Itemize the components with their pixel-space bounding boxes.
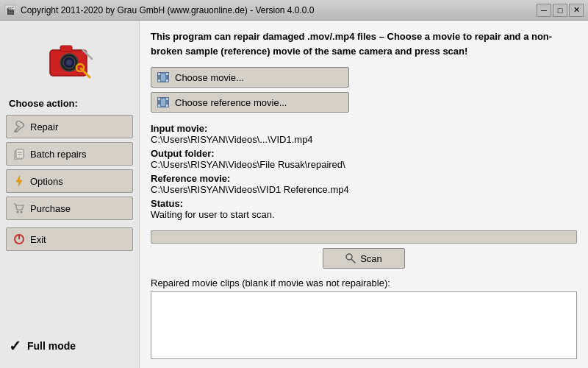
svg-rect-25	[166, 79, 168, 82]
svg-rect-26	[161, 74, 165, 81]
reference-movie-value: C:\Users\RISYAN\Videos\VID1 Reference.mp…	[151, 184, 349, 195]
input-movie-value: C:\Users\RISYAN\Videos\...\VID1.mp4	[151, 134, 313, 145]
svg-rect-13	[16, 149, 24, 158]
svg-point-18	[21, 211, 23, 213]
power-icon	[12, 233, 26, 246]
minimize-button[interactable]: ─	[537, 4, 551, 17]
choose-action-label: Choose action:	[6, 98, 133, 109]
svg-rect-22	[158, 73, 160, 75]
document-stack-icon	[12, 147, 26, 160]
scan-row: Scan	[151, 248, 577, 269]
window-controls[interactable]: ─ □ ✕	[537, 4, 584, 17]
status-value: Waiting for user to start scan.	[151, 209, 275, 220]
right-panel: This program can repair damaged .mov/.mp…	[140, 21, 588, 368]
exit-button[interactable]: Exit	[6, 227, 133, 251]
choose-reference-button[interactable]: Choose reference movie...	[151, 92, 349, 113]
close-button[interactable]: ✕	[569, 4, 584, 17]
exit-label: Exit	[30, 234, 46, 245]
repair-label: Repair	[30, 121, 58, 132]
svg-rect-6	[60, 46, 72, 52]
repaired-textbox[interactable]	[151, 291, 577, 359]
svg-marker-16	[16, 176, 22, 186]
app-icon: 🎬	[4, 4, 16, 16]
full-mode-area: ✓ Full mode	[6, 331, 133, 361]
choose-movie-button[interactable]: Choose movie...	[151, 67, 349, 88]
input-movie-label: Input movie:	[151, 123, 207, 134]
main-container: Choose action: Repair Batch repairs	[0, 21, 588, 368]
film-icon	[157, 72, 169, 82]
options-button[interactable]: Options	[6, 169, 133, 193]
output-folder-value: C:\Users\RISYAN\Videos\File Rusak\repair…	[151, 159, 345, 170]
choose-movie-label: Choose movie...	[175, 72, 244, 83]
svg-rect-23	[166, 73, 168, 75]
status-row: Status: Waiting for user to start scan.	[151, 198, 577, 220]
reference-movie-row: Reference movie: C:\Users\RISYAN\Videos\…	[151, 173, 577, 195]
camera-logo-icon	[44, 35, 96, 87]
output-folder-row: Output folder: C:\Users\RISYAN\Videos\Fi…	[151, 148, 577, 170]
batch-repairs-label: Batch repairs	[30, 149, 87, 160]
svg-point-17	[17, 211, 19, 213]
output-folder-label: Output folder:	[151, 148, 215, 159]
purchase-button[interactable]: Purchase	[6, 197, 133, 220]
title-bar-text: Copyright 2011-2020 by Grau GmbH (www.gr…	[21, 5, 315, 15]
search-icon	[345, 253, 356, 263]
svg-rect-28	[158, 98, 160, 100]
info-section: Input movie: C:\Users\RISYAN\Videos\...\…	[151, 123, 577, 223]
film-ref-icon	[157, 97, 169, 107]
title-bar: 🎬 Copyright 2011-2020 by Grau GmbH (www.…	[0, 0, 588, 21]
maximize-button[interactable]: □	[553, 4, 567, 17]
purchase-label: Purchase	[30, 203, 71, 214]
full-mode-label: Full mode	[27, 340, 76, 352]
svg-rect-30	[158, 105, 160, 107]
svg-point-5	[66, 60, 72, 66]
svg-rect-24	[158, 79, 160, 82]
status-label: Status:	[151, 198, 183, 209]
left-panel: Choose action: Repair Batch repairs	[0, 21, 140, 368]
checkmark-icon: ✓	[9, 337, 21, 355]
repair-button[interactable]: Repair	[6, 115, 133, 138]
choose-reference-label: Choose reference movie...	[175, 97, 287, 108]
scan-button[interactable]: Scan	[323, 248, 405, 269]
svg-line-34	[351, 259, 355, 263]
progress-bar	[151, 230, 577, 244]
reference-movie-label: Reference movie:	[151, 173, 230, 184]
logo-area	[6, 28, 133, 98]
repaired-label: Repaired movie clips (blank if movie was…	[151, 277, 577, 289]
input-movie-row: Input movie: C:\Users\RISYAN\Videos\...\…	[151, 123, 577, 145]
description-text: This program can repair damaged .mov/.mp…	[151, 29, 577, 58]
options-label: Options	[30, 176, 63, 187]
batch-repairs-button[interactable]: Batch repairs	[6, 142, 133, 166]
svg-rect-29	[166, 98, 168, 100]
wrench-icon	[12, 120, 26, 133]
svg-rect-32	[161, 99, 165, 106]
scan-label: Scan	[360, 253, 382, 264]
cart-icon	[12, 202, 26, 215]
svg-text:🎬: 🎬	[6, 6, 15, 15]
lightning-icon	[12, 174, 26, 188]
svg-rect-31	[166, 105, 168, 107]
